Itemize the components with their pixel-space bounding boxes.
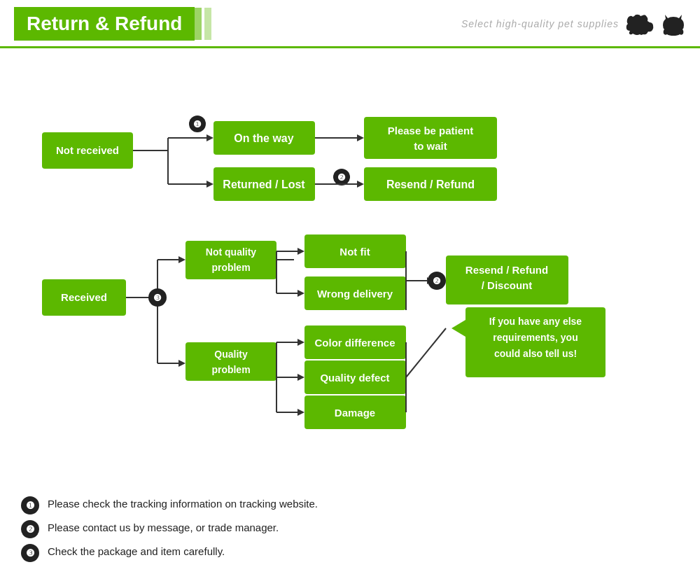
page-title: Return & Refund xyxy=(27,13,182,35)
svg-text:Not fit: Not fit xyxy=(340,246,370,258)
svg-rect-16 xyxy=(364,117,497,159)
svg-text:Resend / Refund: Resend / Refund xyxy=(465,264,548,276)
svg-text:❸: ❸ xyxy=(153,293,162,303)
svg-marker-46 xyxy=(298,290,304,297)
svg-marker-44 xyxy=(298,248,304,255)
svg-marker-55 xyxy=(298,374,304,381)
header-decoration xyxy=(195,8,211,40)
svg-marker-32 xyxy=(178,256,186,263)
main-content: Not received On the way Returned / Lost … xyxy=(0,48,700,468)
svg-text:Quality defect: Quality defect xyxy=(320,372,389,384)
svg-text:On the way: On the way xyxy=(234,132,293,144)
svg-text:❷: ❷ xyxy=(433,276,441,286)
svg-text:If you have any else: If you have any else xyxy=(489,316,582,327)
svg-text:Color difference: Color difference xyxy=(314,337,395,349)
svg-text:❷: ❷ xyxy=(337,172,346,183)
circle-1: ❶ xyxy=(21,496,39,514)
note-3-text: Check the package and item carefully. xyxy=(48,544,225,559)
flow-diagram: Not received On the way Returned / Lost … xyxy=(21,62,693,454)
svg-text:Received: Received xyxy=(61,291,107,303)
dog-icon xyxy=(624,11,655,36)
svg-text:Wrong delivery: Wrong delivery xyxy=(317,288,393,300)
svg-text:❶: ❶ xyxy=(193,119,202,130)
svg-text:requirements, you: requirements, you xyxy=(493,332,578,343)
svg-text:Returned / Lost: Returned / Lost xyxy=(223,178,305,190)
circle-3: ❸ xyxy=(21,544,39,562)
page-header: Return & Refund Select high-quality pet … xyxy=(0,0,700,48)
tagline: Select high-quality pet supplies xyxy=(461,18,619,29)
svg-line-73 xyxy=(406,328,446,377)
footer-notes: ❶ Please check the tracking information … xyxy=(21,496,700,562)
svg-marker-22 xyxy=(357,181,364,188)
svg-marker-57 xyxy=(298,409,304,416)
svg-text:Damage: Damage xyxy=(335,407,375,419)
svg-text:to wait: to wait xyxy=(414,140,447,152)
svg-marker-34 xyxy=(178,360,186,367)
svg-marker-15 xyxy=(357,134,364,141)
svg-text:Not quality: Not quality xyxy=(206,246,257,258)
svg-marker-5 xyxy=(206,134,214,141)
note-2-text: Please contact us by message, or trade m… xyxy=(48,520,279,535)
footer-note-2: ❷ Please contact us by message, or trade… xyxy=(21,520,700,538)
title-box: Return & Refund xyxy=(14,7,195,41)
svg-text:could also tell us!: could also tell us! xyxy=(494,348,577,359)
svg-text:problem: problem xyxy=(211,364,250,375)
cat-icon xyxy=(661,11,686,36)
note-1-text: Please check the tracking information on… xyxy=(48,496,318,511)
svg-marker-7 xyxy=(206,181,214,188)
header-right: Select high-quality pet supplies xyxy=(461,11,686,36)
circle-2: ❷ xyxy=(21,520,39,538)
svg-text:Not received: Not received xyxy=(56,144,119,156)
svg-text:Quality: Quality xyxy=(214,349,248,360)
svg-marker-74 xyxy=(451,320,465,337)
footer-note-3: ❸ Check the package and item carefully. xyxy=(21,544,700,562)
svg-text:Please be patient: Please be patient xyxy=(388,125,474,136)
svg-marker-53 xyxy=(298,339,304,346)
footer-note-1: ❶ Please check the tracking information … xyxy=(21,496,700,514)
svg-text:problem: problem xyxy=(211,262,250,273)
svg-text:Resend / Refund: Resend / Refund xyxy=(386,178,475,190)
svg-text:/ Discount: / Discount xyxy=(482,279,533,291)
